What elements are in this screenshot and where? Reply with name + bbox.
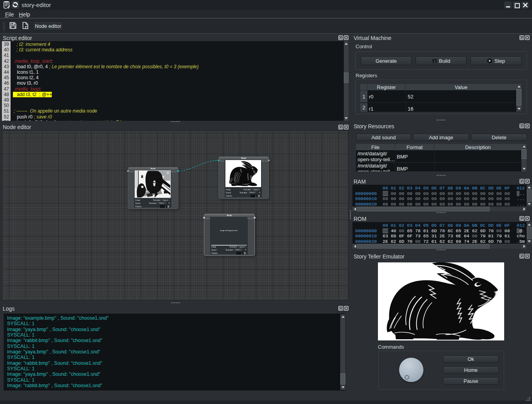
svg-text:Port In: Port In (129, 171, 134, 173)
svg-text:TextLabel: TextLabel (229, 246, 237, 248)
svg-text:Outputs: Outputs (226, 195, 232, 197)
svg-text:TextLabel: TextLabel (240, 192, 247, 194)
svg-text:Node: Node (151, 167, 156, 170)
svg-text:Sound: Sound (226, 192, 231, 194)
svg-text:Select: Select (163, 199, 168, 201)
svg-text:Node: Node (227, 214, 232, 217)
svg-text:Select: Select (236, 249, 240, 251)
svg-text:Select: Select (250, 191, 254, 193)
svg-text:Select: Select (159, 202, 164, 204)
svg-text:1: 1 (255, 195, 256, 197)
svg-text:Port Out: Port Out (171, 171, 177, 173)
svg-text:1: 1 (165, 206, 166, 208)
svg-text:Sound: Sound (135, 202, 141, 204)
svg-text:Image: Image (135, 199, 140, 201)
svg-text:TextLabel: TextLabel (153, 199, 160, 201)
svg-text:Port Out: Port Out (247, 217, 254, 219)
svg-text:Port Out: Port Out (261, 160, 268, 162)
svg-text:Sound: Sound (211, 249, 217, 251)
svg-text:TextLabel: TextLabel (149, 202, 156, 204)
svg-text:Image: Image (211, 246, 216, 248)
svg-text:Node: Node (241, 157, 246, 159)
svg-text:Select: Select (254, 189, 258, 191)
svg-text:Image: Image (226, 189, 231, 191)
svg-text:Port In: Port In (205, 217, 210, 219)
svg-text:Port In: Port In (220, 160, 225, 162)
svg-text:Image will appear here: Image will appear here (220, 229, 238, 231)
svg-text:TextLabel: TextLabel (225, 249, 233, 251)
svg-text:1: 1 (241, 253, 242, 255)
svg-text:Select: Select (240, 246, 244, 248)
svg-text:TextLabel: TextLabel (243, 189, 251, 191)
svg-text:Outputs: Outputs (211, 252, 218, 254)
svg-text:Outputs: Outputs (135, 206, 142, 207)
